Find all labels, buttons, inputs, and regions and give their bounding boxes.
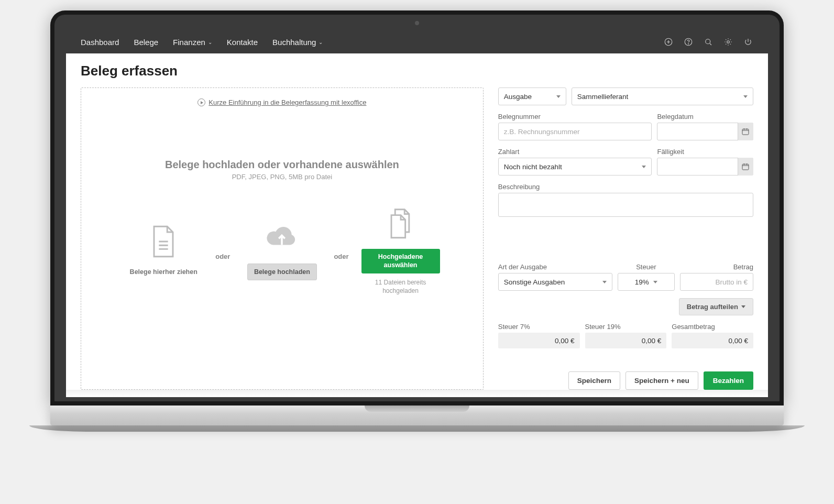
play-icon bbox=[197, 98, 205, 106]
steuer-select[interactable]: 19% bbox=[618, 273, 675, 291]
top-navbar: Dashboard Belege Finanzen⌄ Kontakte Buch… bbox=[66, 30, 768, 53]
beschreibung-input[interactable] bbox=[498, 193, 753, 217]
upload-heading: Belege hochladen oder vorhandene auswähl… bbox=[165, 159, 399, 171]
chevron-down-icon bbox=[653, 281, 657, 283]
pay-button[interactable]: Bezahlen bbox=[704, 371, 753, 390]
add-icon[interactable] bbox=[663, 37, 674, 47]
zahlart-select[interactable]: Noch nicht bezahlt bbox=[498, 158, 652, 176]
intro-video-link[interactable]: Kurze Einführung in die Belegerfassung m… bbox=[197, 98, 366, 106]
documents-stack-icon bbox=[380, 202, 422, 244]
split-amount-button[interactable]: Betrag aufteilen bbox=[679, 298, 753, 315]
belegdatum-input[interactable] bbox=[657, 123, 753, 140]
calendar-icon[interactable] bbox=[738, 158, 753, 176]
select-uploaded-button[interactable]: Hochgeladene auswählen bbox=[361, 249, 440, 273]
zahlart-label: Zahlart bbox=[498, 148, 652, 156]
form-actions: Speichern Speichern + neu Bezahlen bbox=[498, 356, 753, 390]
steuer19-value: 0,00 € bbox=[585, 333, 667, 348]
chevron-down-icon bbox=[743, 95, 748, 98]
svg-point-2 bbox=[688, 43, 689, 44]
svg-rect-6 bbox=[742, 164, 749, 170]
art-select[interactable]: Sonstige Ausgaben bbox=[498, 273, 612, 291]
betrag-label: Betrag bbox=[680, 263, 753, 271]
gesamt-value: 0,00 € bbox=[672, 333, 753, 348]
drag-label: Belege hierher ziehen bbox=[130, 268, 197, 276]
document-icon bbox=[142, 221, 184, 262]
files-uploaded-note: 11 Dateien bereits hochgeladen bbox=[361, 279, 440, 295]
calendar-icon[interactable] bbox=[738, 123, 753, 140]
chevron-down-icon bbox=[602, 281, 607, 283]
steuer7-label: Steuer 7% bbox=[498, 323, 580, 331]
nav-belege[interactable]: Belege bbox=[134, 38, 158, 47]
faelligkeit-label: Fälligkeit bbox=[657, 148, 753, 156]
caret-down-icon bbox=[741, 305, 745, 308]
type-select[interactable]: Ausgabe bbox=[498, 87, 566, 105]
steuer7-value: 0,00 € bbox=[498, 333, 580, 348]
nav-buchhaltung[interactable]: Buchhaltung⌄ bbox=[272, 38, 323, 47]
nav-finanzen[interactable]: Finanzen⌄ bbox=[173, 38, 212, 47]
upload-dropzone[interactable]: Kurze Einführung in die Belegerfassung m… bbox=[81, 87, 484, 390]
gesamt-label: Gesamtbetrag bbox=[672, 323, 753, 331]
drag-drop-area[interactable]: Belege hierher ziehen bbox=[124, 221, 203, 276]
chevron-down-icon bbox=[556, 95, 561, 98]
cloud-upload-icon bbox=[261, 216, 303, 258]
belegnummer-label: Belegnummer bbox=[498, 113, 652, 120]
help-icon[interactable] bbox=[683, 37, 694, 47]
chevron-down-icon bbox=[642, 166, 646, 168]
steuer19-label: Steuer 19% bbox=[585, 323, 667, 331]
faelligkeit-input[interactable] bbox=[657, 158, 753, 176]
upload-subheading: PDF, JPEG, PNG, 5MB pro Datei bbox=[232, 173, 332, 181]
belegnummer-input[interactable] bbox=[498, 123, 652, 140]
save-new-button[interactable]: Speichern + neu bbox=[626, 371, 698, 390]
steuer-label: Steuer bbox=[618, 263, 675, 271]
upload-or-separator: oder bbox=[334, 237, 348, 260]
svg-point-4 bbox=[727, 41, 730, 43]
chevron-down-icon: ⌄ bbox=[208, 39, 212, 45]
nav-kontakte[interactable]: Kontakte bbox=[227, 38, 258, 47]
svg-rect-5 bbox=[742, 129, 749, 135]
save-button[interactable]: Speichern bbox=[568, 371, 620, 390]
nav-dashboard[interactable]: Dashboard bbox=[81, 38, 119, 47]
upload-button[interactable]: Belege hochladen bbox=[247, 264, 317, 280]
art-label: Art der Ausgabe bbox=[498, 263, 612, 271]
svg-point-3 bbox=[706, 39, 710, 44]
upload-or-separator: oder bbox=[215, 237, 230, 260]
betrag-input[interactable]: Brutto in € bbox=[680, 273, 753, 291]
page-title: Beleg erfassen bbox=[81, 63, 753, 79]
gear-icon[interactable] bbox=[723, 37, 733, 47]
belegdatum-label: Belegdatum bbox=[657, 113, 753, 120]
chevron-down-icon: ⌄ bbox=[319, 39, 323, 45]
search-icon[interactable] bbox=[703, 37, 714, 47]
beschreibung-label: Beschreibung bbox=[498, 183, 753, 191]
receipt-form: Ausgabe Sammellieferant Belegnummer bbox=[498, 87, 753, 390]
power-icon[interactable] bbox=[743, 37, 753, 47]
supplier-select[interactable]: Sammellieferant bbox=[572, 87, 753, 105]
